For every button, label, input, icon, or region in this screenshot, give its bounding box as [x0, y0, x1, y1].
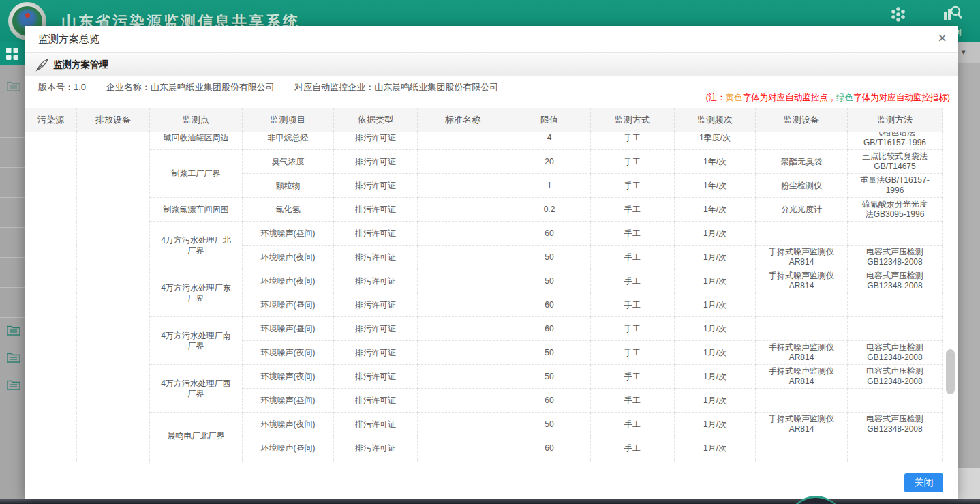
auto-company-label: 对应自动监控企业： [294, 82, 374, 92]
cell-monitor-frequency: 1月/次 [675, 341, 756, 365]
cell-monitor-mode: 手工 [591, 341, 675, 365]
cell-monitor-mode: 手工 [591, 198, 675, 222]
cell-standard-name [418, 413, 508, 436]
cell-standard-name [418, 317, 508, 341]
search-stats-icon [943, 4, 963, 22]
cell-monitor-mode: 手工 [591, 174, 675, 198]
cell-monitor-point: 4万方污水处理厂南 厂界 [150, 317, 243, 365]
cell-monitor-mode: 手工 [591, 150, 675, 174]
cell-monitor-point: 制浆氯漂车间周围 [150, 198, 243, 222]
cell-monitor-device: 手持式噪声监测仪 AR814 [756, 269, 848, 293]
monitoring-table-header: 污染源排放设备监测点监测项目依据类型标准名称限值监测方式监测频次监测设备监测方法 [25, 108, 943, 132]
company-value: 山东晨鸣纸业集团股份有限公司 [151, 82, 275, 92]
cell-basis-type: 排污许可证 [334, 317, 418, 341]
modal-titlebar: 监测方案总览 × [25, 26, 958, 52]
cell-monitor-device [756, 317, 848, 341]
cell-monitor-item [243, 460, 334, 465]
cell-standard-name [418, 341, 508, 365]
table-row: 4万方污水处理厂西 厂界环境噪声(夜间)排污许可证50手工1月/次手持式噪声监测… [25, 365, 943, 389]
cell-monitor-frequency: 1年/次 [675, 198, 756, 222]
cell-limit: 60 [508, 222, 591, 246]
cell-monitor-point: 4万方污水处理厂北 厂界 [150, 222, 243, 269]
folder-icon[interactable] [7, 80, 20, 95]
cell-monitor-frequency: 1月/次 [675, 222, 756, 246]
cell-basis-type: 排污许可证 [334, 198, 418, 222]
cell-monitor-item: 环境噪声(昼间) [243, 436, 334, 460]
cell-monitor-point [150, 460, 243, 465]
vertical-scrollbar-thumb[interactable] [946, 349, 955, 394]
cell-monitor-frequency: 1年/次 [675, 174, 756, 198]
cell-monitor-point: 4万方污水处理厂西 厂界 [150, 365, 243, 413]
monitoring-plan-modal: 监测方案总览 × 监测方案管理 版本号：1.0 企业名称：山东晨鸣纸业集团股份有… [25, 26, 958, 499]
cell-monitor-device: 手持式噪声监测仪 AR814 [756, 365, 848, 389]
cell-basis-type: 排污许可证 [334, 132, 418, 150]
cell-monitor-frequency: 1季度/次 [675, 132, 756, 150]
cell-standard-name [418, 293, 508, 317]
apps-grid-icon[interactable] [889, 5, 907, 23]
close-icon[interactable]: × [938, 29, 947, 47]
version-value: 1.0 [74, 82, 86, 92]
folder-icon[interactable] [7, 325, 20, 339]
folder-icon[interactable] [7, 352, 20, 366]
cell-monitor-device: 分光光度计 [756, 198, 848, 222]
cell-limit: 50 [508, 269, 591, 293]
note-yellow-text: 黄色 [726, 93, 743, 102]
column-header: 依据类型 [334, 108, 418, 132]
cell-monitor-method: 电容式声压检测 GB12348-2008 [848, 269, 943, 293]
cell-limit: 50 [508, 341, 591, 365]
table-row: 制浆氯漂车间周围氯化氢排污许可证0.2手工1年/次分光光度计硫氰酸汞分光光度 法… [25, 198, 943, 222]
cell-monitor-item: 环境噪声(夜间) [243, 269, 334, 293]
cell-basis-type: 排污许可证 [334, 246, 418, 269]
cell-standard-name [418, 246, 508, 269]
cell-monitor-device: 手持式噪声监测仪 AR814 [756, 246, 848, 269]
cell-basis-type: 排污许可证 [334, 174, 418, 198]
cell-monitor-mode: 手工 [591, 293, 675, 317]
table-row: 4万方污水处理厂南 厂界环境噪声(昼间)排污许可证60手工1月/次 [25, 317, 943, 341]
sidebar-item-active[interactable] [0, 42, 25, 65]
legend-note: (注：黄色字体为对应自动监控点，绿色字体为对应自动监控指标) [706, 91, 950, 104]
table-row: 制浆工厂厂界臭气浓度排污许可证20手工1年/次聚酯无臭袋三点比较式臭袋法 GB/… [25, 150, 943, 174]
cell-monitor-frequency: 1月/次 [675, 413, 756, 436]
column-header: 监测项目 [243, 108, 334, 132]
cell-monitor-mode: 手工 [591, 413, 675, 436]
cell-monitor-item: 环境噪声(夜间) [243, 341, 334, 365]
cell-limit: 50 [508, 365, 591, 389]
cell-monitor-mode: 手工 [591, 269, 675, 293]
monitoring-table-viewport[interactable]: 碱回收油罐区周边非甲烷总烃排污许可证4手工1季度/次气相色谱法 GB/T1615… [25, 132, 958, 464]
cell-standard-name [418, 365, 508, 389]
column-header: 监测方法 [848, 108, 943, 132]
column-header: 污染源 [25, 108, 77, 132]
sidebar [0, 42, 25, 504]
cell-monitor-method: 电容式声压检测 [848, 460, 943, 465]
cell-basis-type: 排污许可证 [334, 293, 418, 317]
company-label: 企业名称： [106, 82, 151, 92]
cell-monitor-mode: 手工 [591, 365, 675, 389]
cell-monitor-frequency: 1月/次 [675, 246, 756, 269]
cell-limit: 50 [508, 413, 591, 436]
cell-monitor-method [848, 317, 943, 341]
modal-title: 监测方案总览 [38, 26, 99, 52]
column-header: 监测方式 [591, 108, 675, 132]
cell-monitor-mode: 手工 [591, 132, 675, 150]
cell-monitor-point: 碱回收油罐区周边 [150, 132, 243, 150]
pen-icon [35, 58, 49, 72]
close-button[interactable]: 关闭 [904, 473, 943, 492]
cell-monitor-item: 环境噪声(夜间) [243, 365, 334, 389]
cell-standard-name [418, 436, 508, 460]
cell-limit: 60 [508, 436, 591, 460]
cell-monitor-point: 4万方污水处理厂东 厂界 [150, 269, 243, 317]
folder-icon[interactable] [7, 379, 20, 394]
cell-pollution-source [25, 132, 77, 464]
cell-monitor-device [756, 132, 848, 150]
cell-monitor-item: 环境噪声(夜间) [243, 246, 334, 269]
cell-basis-type: 排污许可证 [334, 269, 418, 293]
cell-basis-type: 排污许可证 [334, 436, 418, 460]
cell-monitor-mode: 手工 [591, 389, 675, 413]
cell-standard-name [418, 460, 508, 465]
cell-monitor-mode [591, 460, 675, 465]
chevron-down-icon[interactable]: ▾ [962, 48, 966, 57]
cell-monitor-method: 硫氰酸汞分光光度 法GB3095-1996 [848, 198, 943, 222]
cell-limit: 4 [508, 132, 591, 150]
cell-monitor-device [756, 222, 848, 246]
cell-monitor-method [848, 293, 943, 317]
